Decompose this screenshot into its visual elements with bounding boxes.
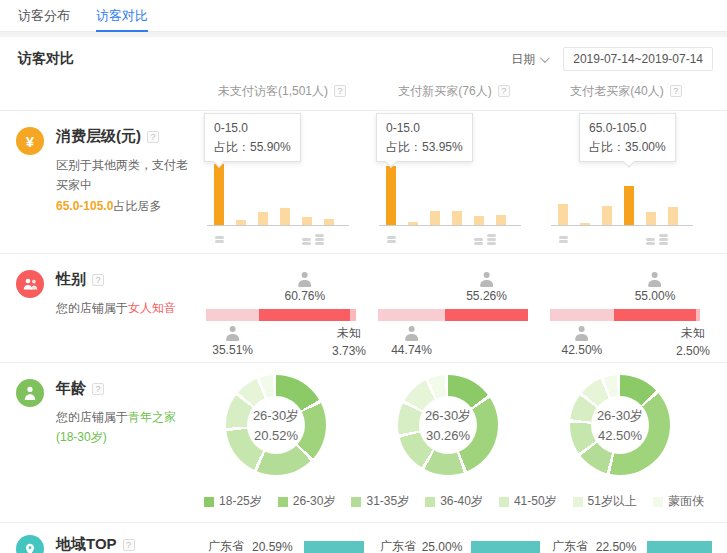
tooltip-value: 53.95% (422, 140, 463, 154)
bar[interactable] (258, 212, 268, 225)
chart-tooltip: 0-15.0 占比：53.95% (376, 113, 473, 162)
bar[interactable] (602, 206, 612, 225)
gender-stacked-bar[interactable] (378, 309, 528, 321)
bar[interactable] (236, 220, 246, 225)
column-header-returning-buyers: 支付老买家(40人)? (540, 83, 712, 100)
help-icon[interactable]: ? (147, 131, 159, 143)
row-age: 年龄? 您的店铺属于青年之家(18-30岁) 26-30岁 20.52% (0, 363, 727, 523)
bar[interactable] (474, 216, 484, 225)
legend-label: 36-40岁 (440, 493, 483, 510)
date-mode-dropdown[interactable]: 日期 (511, 51, 547, 68)
bar[interactable] (580, 223, 590, 225)
age-chart-returning-buyers[interactable]: 26-30岁 42.50% (540, 363, 712, 485)
gender-chart-unpaid[interactable]: 60.76% 35.51% 未知3.73% (196, 254, 368, 362)
bar[interactable] (408, 222, 418, 225)
bar[interactable] (558, 204, 568, 225)
bar[interactable] (386, 166, 396, 225)
region-name: 广东省 (552, 538, 596, 553)
consumption-chart-returning-buyers[interactable]: 65.0-105.0 占比：35.00% (546, 111, 708, 253)
desc-highlight: 65.0-105.0 (56, 199, 113, 213)
legend-item[interactable]: 41-50岁 (499, 493, 557, 510)
tab-visitor-comparison[interactable]: 访客对比 (96, 0, 148, 31)
axis-baseline (551, 225, 693, 226)
consumption-chart-new-buyers[interactable]: 0-15.0 占比：53.95% (374, 111, 536, 253)
region-list-unpaid: 广东省20.59%浙江省11.06% (208, 537, 368, 553)
gender-stacked-bar[interactable] (206, 309, 356, 321)
bar[interactable] (280, 208, 290, 225)
chart-tooltip: 65.0-105.0 占比：35.00% (579, 113, 676, 162)
date-mode-label: 日期 (511, 51, 535, 68)
help-icon[interactable]: ? (92, 274, 104, 286)
unknown-percentage: 2.50% (676, 342, 710, 360)
help-icon[interactable]: ? (123, 539, 135, 551)
age-chart-new-buyers[interactable]: 26-30岁 30.26% (368, 363, 540, 485)
region-bar (304, 541, 364, 553)
bar[interactable] (452, 211, 462, 225)
bar-group (558, 186, 678, 225)
region-row: 广东省22.50% (552, 537, 712, 553)
legend-item[interactable]: 36-40岁 (425, 493, 483, 510)
donut-top-age-percentage: 20.52% (254, 428, 298, 443)
high-spend-icon (646, 233, 668, 245)
bar[interactable] (624, 186, 634, 225)
chart-tooltip: 0-15.0 占比：55.90% (204, 113, 301, 162)
help-icon[interactable]: ? (670, 85, 682, 97)
unknown-stat: 未知3.73% (332, 324, 366, 360)
gender-chart-returning-buyers[interactable]: 55.00% 42.50% 未知2.50% (540, 254, 712, 362)
axis-baseline (207, 225, 349, 226)
consumption-chart-unpaid[interactable]: 0-15.0 占比：55.90% (202, 111, 364, 253)
age-chart-unpaid[interactable]: 26-30岁 20.52% (196, 363, 368, 485)
legend-item[interactable]: 26-30岁 (278, 493, 336, 510)
female-icon (479, 272, 495, 287)
female-stat: 55.26% (466, 272, 507, 303)
female-percentage: 55.00% (635, 289, 676, 303)
legend-label: 31-35岁 (366, 493, 409, 510)
legend-item[interactable]: 31-35岁 (351, 493, 409, 510)
legend-item[interactable]: 蒙面侠 (653, 493, 704, 510)
female-stat: 60.76% (284, 272, 325, 303)
region-name: 广东省 (208, 538, 252, 553)
bar[interactable] (430, 211, 440, 225)
column-header-unpaid-visitors: 未支付访客(1,501人)? (196, 83, 368, 100)
chevron-down-icon (540, 53, 550, 63)
male-icon (404, 326, 420, 341)
gender-stacked-bar[interactable] (550, 309, 700, 321)
legend-item[interactable]: 51岁以上 (573, 493, 637, 510)
female-icon (297, 272, 313, 287)
legend-swatch (351, 497, 361, 507)
axis-baseline (379, 225, 521, 226)
donut-top-age-percentage: 30.26% (426, 428, 470, 443)
gender-chart-new-buyers[interactable]: 55.26% 44.74% (368, 254, 540, 362)
low-spend-icon (387, 235, 396, 243)
help-icon[interactable]: ? (92, 383, 104, 395)
tab-visitor-distribution[interactable]: 访客分布 (18, 0, 70, 31)
female-segment (259, 309, 350, 321)
legend-item[interactable]: 18-25岁 (204, 493, 262, 510)
male-segment (550, 309, 614, 321)
bar[interactable] (302, 217, 312, 225)
region-bar (471, 541, 540, 553)
bar[interactable] (496, 215, 506, 225)
help-icon[interactable]: ? (334, 85, 346, 97)
column-header-new-buyers: 支付新买家(76人)? (368, 83, 540, 100)
legend-swatch (278, 497, 288, 507)
donut-top-age-group: 26-30岁 (597, 407, 643, 425)
bar[interactable] (214, 164, 224, 225)
help-icon[interactable]: ? (498, 85, 510, 97)
bar-group (386, 166, 506, 225)
legend-label: 蒙面侠 (668, 493, 704, 510)
row-title-age: 年龄 (56, 379, 86, 396)
bar[interactable] (324, 219, 334, 225)
legend-swatch (499, 497, 509, 507)
high-spend-icon (302, 233, 324, 245)
donut-center-label: 26-30岁 30.26% (398, 375, 498, 475)
row-title-gender: 性别 (56, 270, 86, 287)
male-icon (225, 326, 241, 341)
bar-group (214, 164, 334, 225)
bar[interactable] (668, 207, 678, 225)
bar[interactable] (646, 212, 656, 225)
legend-swatch (425, 497, 435, 507)
date-range-picker[interactable]: 2019-07-14~2019-07-14 (563, 47, 713, 71)
tooltip-range: 0-15.0 (386, 119, 463, 138)
column-header-label: 未支付访客(1,501人) (218, 84, 328, 98)
